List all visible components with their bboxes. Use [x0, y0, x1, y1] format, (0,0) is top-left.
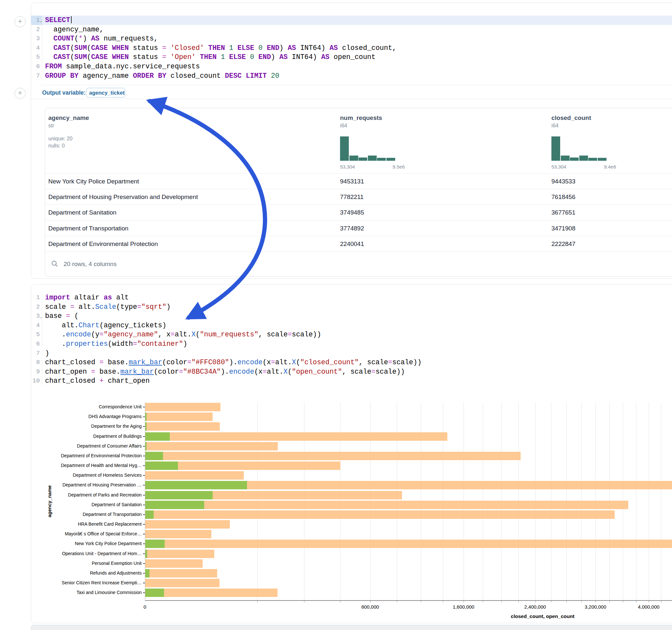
- table-cell[interactable]: 7618456: [551, 193, 575, 201]
- code-text: .properties(width="container"): [42, 339, 187, 349]
- code-text: .encode(y="agency_name", x=alt.X("num_re…: [42, 330, 321, 339]
- code-line[interactable]: 4 CAST(SUM(CASE WHEN status = 'Closed' T…: [31, 43, 672, 53]
- histogram-min-label: 53,304: [340, 164, 355, 169]
- collapse-chevron-icon[interactable]: ⌄: [40, 312, 43, 322]
- sql-editor[interactable]: 1⌄SELECT2 agency_name,3 COUNT(*) AS num_…: [31, 16, 672, 80]
- line-number: 9: [31, 367, 42, 377]
- code-line[interactable]: 1⌄SELECT: [31, 16, 672, 25]
- python-editor[interactable]: 1import altair as alt2scale = alt.Scale(…: [31, 293, 672, 386]
- code-text: chart_closed + chart_open: [42, 376, 150, 386]
- histogram-max-label: 9.5e6: [392, 164, 405, 169]
- histogram-bar: [350, 155, 358, 161]
- code-line[interactable]: 5 CAST(SUM(CASE WHEN status = 'Open' THE…: [31, 52, 672, 62]
- code-line[interactable]: 8chart_closed = base.mark_bar(color="#FF…: [31, 358, 672, 367]
- code-line[interactable]: 10chart_closed + chart_open: [31, 376, 672, 386]
- code-text: GROUP BY agency_name ORDER BY closed_cou…: [42, 71, 280, 81]
- line-number: 4: [31, 43, 42, 53]
- table-cell[interactable]: 3774892: [340, 225, 364, 232]
- table-cell[interactable]: 2240041: [340, 240, 364, 248]
- line-number: 3⌄: [31, 311, 42, 321]
- row-separator: [45, 220, 672, 221]
- code-text: ): [42, 349, 49, 358]
- code-text: CAST(SUM(CASE WHEN status = 'Closed' THE…: [42, 43, 397, 53]
- code-line[interactable]: 6 .properties(width="container"): [31, 339, 672, 349]
- histogram-bar: [598, 158, 606, 161]
- column-stat: unique: 20: [48, 136, 73, 142]
- histogram-bar: [386, 158, 395, 161]
- code-text: base = (: [42, 311, 78, 321]
- line-number: 10: [31, 376, 42, 386]
- column-header[interactable]: closed_count: [551, 114, 591, 122]
- code-line[interactable]: 5 .encode(y="agency_name", x=alt.X("num_…: [31, 330, 672, 339]
- table-cell[interactable]: 3677651: [551, 209, 575, 216]
- table-cell[interactable]: 3471908: [551, 225, 575, 232]
- table-cell[interactable]: 3749485: [340, 209, 364, 216]
- code-text: alt.Chart(agency_tickets): [42, 321, 166, 330]
- histogram-bar: [561, 155, 570, 161]
- code-text: FROM sample_data.nyc.service_requests: [42, 62, 200, 71]
- code-text: SELECT: [42, 16, 72, 25]
- chart-x-axis-title: closed_count, open_count: [511, 613, 574, 619]
- row-separator: [45, 204, 672, 205]
- histogram-bar: [340, 137, 349, 161]
- table-cell[interactable]: Department of Environmental Protection: [48, 240, 158, 248]
- histogram-bar: [579, 155, 588, 161]
- row-separator: [45, 236, 672, 236]
- code-text: agency_name,: [42, 25, 104, 34]
- output-variable-divider: [31, 99, 672, 99]
- chart-y-axis-title: agency_name: [47, 485, 52, 517]
- code-line[interactable]: 3 COUNT(*) AS num_requests,: [31, 34, 672, 43]
- line-number: 5: [31, 52, 42, 62]
- table-cell[interactable]: 9443533: [551, 178, 575, 185]
- column-header[interactable]: agency_name: [48, 114, 89, 122]
- line-number: 2: [31, 25, 42, 34]
- row-separator: [45, 173, 672, 174]
- histogram-min-label: 53,304: [551, 164, 566, 169]
- histogram-bar: [589, 158, 597, 161]
- table-cell[interactable]: 7782211: [340, 193, 364, 201]
- table-footer-text: 20 rows, 4 columns: [64, 261, 117, 267]
- line-number: 6: [31, 339, 42, 349]
- line-number: 1: [31, 293, 42, 302]
- next-cell-edge: [31, 625, 672, 630]
- code-text: CAST(SUM(CASE WHEN status = 'Open' THEN …: [42, 52, 376, 62]
- code-line[interactable]: 7): [31, 349, 672, 358]
- add-cell-button-top[interactable]: +: [15, 16, 26, 27]
- search-icon[interactable]: [51, 260, 58, 267]
- column-header[interactable]: num_requests: [340, 114, 382, 122]
- code-line[interactable]: 6FROM sample_data.nyc.service_requests: [31, 62, 672, 71]
- text-cursor: [71, 16, 72, 23]
- histogram-bar: [377, 158, 386, 161]
- sql-code-divider: [40, 85, 672, 85]
- table-cell[interactable]: Department of Sanitation: [48, 209, 116, 216]
- line-number: 3: [31, 34, 42, 43]
- code-text: chart_closed = base.mark_bar(color="#FFC…: [42, 358, 422, 367]
- code-line[interactable]: 7GROUP BY agency_name ORDER BY closed_co…: [31, 71, 672, 81]
- code-text: chart_open = base.mark_bar(color="#8BC34…: [42, 367, 405, 377]
- line-number: 4: [31, 321, 42, 330]
- code-line[interactable]: 1import altair as alt: [31, 293, 672, 302]
- code-text: COUNT(*) AS num_requests,: [42, 34, 158, 43]
- histogram-bar: [359, 158, 367, 161]
- histogram-max-label: 9.4e6: [604, 164, 616, 169]
- histogram-bar: [368, 155, 377, 161]
- column-dtype: str: [48, 122, 54, 129]
- code-line[interactable]: 2scale = alt.Scale(type="sqrt"): [31, 302, 672, 312]
- table-cell[interactable]: 9453131: [340, 178, 364, 185]
- code-line[interactable]: 9chart_open = base.mark_bar(color="#8BC3…: [31, 367, 672, 377]
- table-cell[interactable]: Department of Housing Preservation and D…: [48, 193, 198, 201]
- dataframe-preview: agency_namestrunique: 20nulls: 0num_requ…: [45, 108, 672, 276]
- output-variable-pill[interactable]: agency_tickets: [86, 88, 125, 98]
- table-cell[interactable]: Department of Transportation: [48, 225, 128, 232]
- code-text: import altair as alt: [42, 293, 129, 302]
- collapse-chevron-icon[interactable]: ⌄: [40, 17, 43, 26]
- code-line[interactable]: 2 agency_name,: [31, 25, 672, 34]
- row-separator: [45, 189, 672, 189]
- code-line[interactable]: 4 alt.Chart(agency_tickets): [31, 321, 672, 330]
- table-cell[interactable]: 2222847: [551, 240, 575, 248]
- code-line[interactable]: 3⌄base = (: [31, 311, 672, 321]
- add-cell-button-output[interactable]: +: [15, 88, 26, 99]
- code-text: scale = alt.Scale(type="sqrt"): [42, 302, 170, 312]
- line-number: 7: [31, 349, 42, 358]
- table-cell[interactable]: New York City Police Department: [48, 178, 139, 185]
